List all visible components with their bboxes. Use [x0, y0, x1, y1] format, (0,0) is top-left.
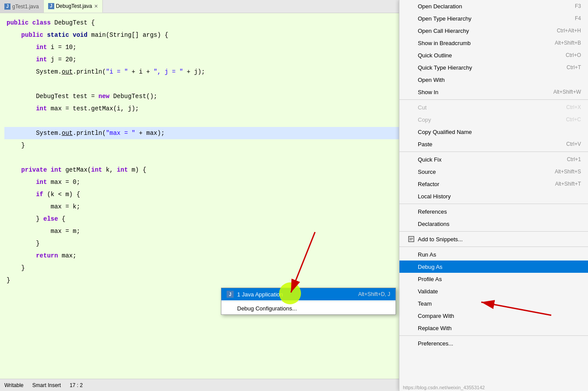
- menu-label-cut: Cut: [418, 104, 427, 111]
- menu-label-show-breadcrumb: Show in Breadcrumb: [418, 40, 471, 46]
- menu-label-quick-outline: Quick Outline: [418, 52, 452, 59]
- menu-open-call-hierarchy[interactable]: Open Call Hierarchy Ctrl+Alt+H: [399, 25, 588, 37]
- menu-label-source: Source: [418, 169, 436, 175]
- menu-open-with[interactable]: Open With: [399, 74, 588, 86]
- menu-replace-with[interactable]: Replace With: [399, 322, 588, 334]
- menu-open-declaration[interactable]: Open Declaration F3: [399, 0, 588, 12]
- menu-show-in[interactable]: Show In Alt+Shift+W: [399, 86, 588, 98]
- menu-quick-outline[interactable]: Quick Outline Ctrl+O: [399, 49, 588, 61]
- menu-label-declarations: Declarations: [418, 221, 449, 227]
- code-line-15: if (k < m) {: [4, 188, 399, 201]
- divider-5: [399, 247, 588, 247]
- code-line-1: public class DebugTest {: [4, 17, 399, 29]
- menu-debug-as[interactable]: Debug As: [399, 261, 588, 273]
- menu-label-preferences: Preferences...: [418, 340, 453, 347]
- close-icon[interactable]: ✕: [94, 4, 98, 9]
- menu-label-local-history: Local History: [418, 193, 451, 200]
- submenu-label-debug-config: Debug Configurations...: [237, 305, 297, 312]
- menu-run-as[interactable]: Run As: [399, 248, 588, 261]
- tab-bar: J gTest1.java J DebugTest.java ✕: [0, 0, 399, 13]
- menu-label-validate: Validate: [418, 288, 438, 295]
- menu-label-run-as: Run As: [418, 251, 436, 258]
- menu-shortcut-quick-type-hierarchy: Ctrl+T: [567, 64, 581, 70]
- menu-label-add-to-snippets: Add to Snippets...: [418, 236, 463, 243]
- menu-label-team: Team: [418, 300, 432, 307]
- divider-1: [399, 99, 588, 100]
- menu-label-open-with: Open With: [418, 77, 444, 83]
- submenu-divider: [221, 301, 396, 302]
- menu-profile-as[interactable]: Profile As: [399, 273, 588, 285]
- menu-add-to-snippets[interactable]: Add to Snippets...: [399, 233, 588, 245]
- code-line-6: [4, 78, 399, 90]
- tab-icon-debugtest: J: [48, 3, 54, 9]
- code-line-5: System.out.println("i = " + i + ", j = "…: [4, 66, 399, 78]
- menu-shortcut-paste: Ctrl+V: [566, 141, 581, 147]
- code-line-17: } else {: [4, 213, 399, 225]
- code-line-7: DebugTest test = new DebugTest();: [4, 90, 399, 102]
- code-line-8: int max = test.getMax(i, j);: [4, 102, 399, 115]
- menu-label-show-in: Show In: [418, 89, 438, 95]
- debug-as-submenu: J 1 Java Application Alt+Shift+D, J Debu…: [221, 288, 396, 315]
- menu-shortcut-refactor: Alt+Shift+T: [555, 181, 581, 187]
- menu-open-type-hierarchy[interactable]: Open Type Hierarchy F4: [399, 12, 588, 25]
- menu-quick-type-hierarchy[interactable]: Quick Type Hierarchy Ctrl+T: [399, 61, 588, 74]
- tab-gtest1[interactable]: J gTest1.java: [0, 0, 44, 13]
- snippets-icon: [406, 236, 416, 242]
- menu-quick-fix[interactable]: Quick Fix Ctrl+1: [399, 153, 588, 166]
- code-line-4: int j = 20;: [4, 53, 399, 66]
- submenu-item-java-app[interactable]: J 1 Java Application Alt+Shift+D, J: [221, 288, 396, 300]
- tab-label-debugtest: DebugTest.java: [56, 3, 92, 9]
- code-line-12: [4, 151, 399, 164]
- menu-refactor[interactable]: Refactor Alt+Shift+T: [399, 178, 588, 190]
- menu-label-open-declaration: Open Declaration: [418, 3, 462, 10]
- menu-shortcut-open-call-hierarchy: Ctrl+Alt+H: [557, 28, 581, 34]
- menu-label-debug-as: Debug As: [418, 264, 442, 270]
- submenu-shortcut-java-app: Alt+Shift+D, J: [358, 291, 390, 297]
- code-line-14: int max = 0;: [4, 176, 399, 188]
- menu-source[interactable]: Source Alt+Shift+S: [399, 166, 588, 178]
- menu-copy-qualified-name[interactable]: Copy Qualified Name: [399, 126, 588, 138]
- menu-shortcut-show-in: Alt+Shift+W: [553, 89, 581, 95]
- menu-show-breadcrumb[interactable]: Show in Breadcrumb Alt+Shift+B: [399, 37, 588, 49]
- menu-preferences[interactable]: Preferences...: [399, 337, 588, 349]
- menu-label-compare-with: Compare With: [418, 313, 454, 319]
- menu-label-quick-fix: Quick Fix: [418, 156, 441, 163]
- menu-paste[interactable]: Paste Ctrl+V: [399, 138, 588, 150]
- code-area[interactable]: public class DebugTest { public static v…: [0, 13, 399, 290]
- menu-shortcut-show-breadcrumb: Alt+Shift+B: [555, 40, 581, 46]
- code-line-22: }: [4, 274, 399, 286]
- menu-compare-with[interactable]: Compare With: [399, 310, 588, 322]
- code-line-2: public static void main(String[] args) {: [4, 29, 399, 41]
- editor-container: J gTest1.java J DebugTest.java ✕ public …: [0, 0, 399, 391]
- status-writable: Writable: [4, 382, 24, 388]
- tab-label-gtest1: gTest1.java: [12, 4, 39, 10]
- menu-local-history[interactable]: Local History: [399, 190, 588, 202]
- code-line-10: System.out.println("max = " + max);: [4, 127, 399, 139]
- watermark: https://blog.csdn.net/weixin_43553142: [399, 384, 588, 391]
- menu-declarations[interactable]: Declarations: [399, 218, 588, 230]
- tab-debugtest[interactable]: J DebugTest.java ✕: [44, 0, 103, 13]
- context-menu: Open Declaration F3 Open Type Hierarchy …: [399, 0, 588, 391]
- menu-shortcut-open-type-hierarchy: F4: [575, 15, 581, 21]
- menu-team[interactable]: Team: [399, 297, 588, 310]
- divider-3: [399, 204, 588, 204]
- divider-2: [399, 151, 588, 152]
- menu-references[interactable]: References: [399, 205, 588, 218]
- menu-label-quick-type-hierarchy: Quick Type Hierarchy: [418, 64, 472, 71]
- menu-copy[interactable]: Copy Ctrl+C: [399, 113, 588, 126]
- menu-label-references: References: [418, 208, 447, 215]
- menu-shortcut-quick-fix: Ctrl+1: [567, 156, 581, 162]
- java-app-icon: J: [227, 291, 234, 298]
- status-smart-insert: Smart Insert: [32, 382, 61, 388]
- menu-shortcut-quick-outline: Ctrl+O: [566, 52, 581, 58]
- code-line-18: max = m;: [4, 225, 399, 237]
- menu-cut[interactable]: Cut Ctrl+X: [399, 101, 588, 113]
- code-line-16: max = k;: [4, 201, 399, 213]
- status-bar: Writable Smart Insert 17 : 2: [0, 379, 399, 391]
- menu-label-replace-with: Replace With: [418, 325, 452, 331]
- submenu-item-debug-config[interactable]: Debug Configurations...: [221, 303, 396, 314]
- menu-label-open-type-hierarchy: Open Type Hierarchy: [418, 15, 472, 22]
- menu-label-profile-as: Profile As: [418, 276, 442, 282]
- menu-shortcut-copy: Ctrl+C: [566, 116, 581, 123]
- menu-validate[interactable]: Validate: [399, 285, 588, 297]
